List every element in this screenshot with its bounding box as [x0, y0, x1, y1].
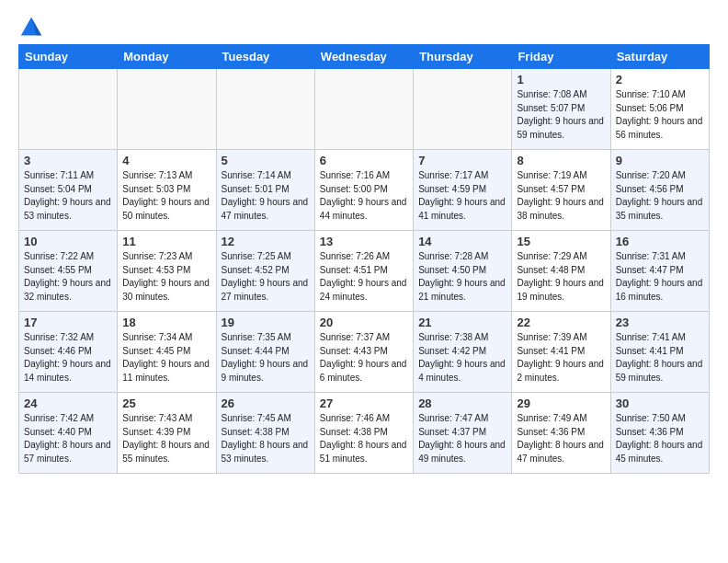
- day-info: Sunrise: 7:37 AM Sunset: 4:43 PM Dayligh…: [320, 331, 408, 385]
- day-cell: [19, 69, 118, 150]
- day-cell: 14Sunrise: 7:28 AM Sunset: 4:50 PM Dayli…: [414, 231, 512, 312]
- day-cell: 12Sunrise: 7:25 AM Sunset: 4:52 PM Dayli…: [216, 231, 314, 312]
- day-cell: 17Sunrise: 7:32 AM Sunset: 4:46 PM Dayli…: [19, 312, 118, 393]
- day-cell: 28Sunrise: 7:47 AM Sunset: 4:37 PM Dayli…: [414, 393, 512, 474]
- day-info: Sunrise: 7:34 AM Sunset: 4:45 PM Dayligh…: [122, 331, 210, 385]
- day-info: Sunrise: 7:22 AM Sunset: 4:55 PM Dayligh…: [24, 250, 112, 304]
- day-cell: 3Sunrise: 7:11 AM Sunset: 5:04 PM Daylig…: [19, 150, 118, 231]
- logo-icon: [18, 15, 44, 40]
- day-cell: 1Sunrise: 7:08 AM Sunset: 5:07 PM Daylig…: [512, 69, 610, 150]
- day-info: Sunrise: 7:29 AM Sunset: 4:48 PM Dayligh…: [517, 250, 605, 304]
- day-cell: 21Sunrise: 7:38 AM Sunset: 4:42 PM Dayli…: [414, 312, 512, 393]
- day-number: 8: [517, 154, 605, 167]
- day-cell: 22Sunrise: 7:39 AM Sunset: 4:41 PM Dayli…: [512, 312, 610, 393]
- day-cell: 9Sunrise: 7:20 AM Sunset: 4:56 PM Daylig…: [610, 150, 709, 231]
- day-cell: 29Sunrise: 7:49 AM Sunset: 4:36 PM Dayli…: [512, 393, 610, 474]
- day-number: 29: [517, 396, 605, 410]
- day-info: Sunrise: 7:41 AM Sunset: 4:41 PM Dayligh…: [616, 331, 704, 385]
- day-cell: 30Sunrise: 7:50 AM Sunset: 4:36 PM Dayli…: [610, 393, 709, 474]
- header-cell-sunday: Sunday: [19, 45, 118, 69]
- day-cell: 16Sunrise: 7:31 AM Sunset: 4:47 PM Dayli…: [610, 231, 709, 312]
- day-info: Sunrise: 7:25 AM Sunset: 4:52 PM Dayligh…: [222, 250, 310, 304]
- day-number: 25: [122, 396, 210, 410]
- day-info: Sunrise: 7:13 AM Sunset: 5:03 PM Dayligh…: [122, 169, 210, 223]
- day-number: 12: [222, 235, 310, 248]
- day-info: Sunrise: 7:11 AM Sunset: 5:04 PM Dayligh…: [24, 169, 112, 223]
- header-cell-thursday: Thursday: [414, 45, 512, 69]
- week-row-2: 3Sunrise: 7:11 AM Sunset: 5:04 PM Daylig…: [19, 150, 710, 231]
- week-row-3: 10Sunrise: 7:22 AM Sunset: 4:55 PM Dayli…: [19, 231, 710, 312]
- calendar-table: SundayMondayTuesdayWednesdayThursdayFrid…: [18, 44, 710, 474]
- day-cell: 2Sunrise: 7:10 AM Sunset: 5:06 PM Daylig…: [610, 69, 709, 150]
- header-cell-saturday: Saturday: [610, 45, 709, 69]
- week-row-4: 17Sunrise: 7:32 AM Sunset: 4:46 PM Dayli…: [19, 312, 710, 393]
- day-number: 24: [24, 396, 112, 410]
- logo: [18, 15, 48, 40]
- day-number: 27: [320, 396, 408, 410]
- day-number: 4: [122, 154, 210, 167]
- day-cell: 23Sunrise: 7:41 AM Sunset: 4:41 PM Dayli…: [610, 312, 709, 393]
- week-row-5: 24Sunrise: 7:42 AM Sunset: 4:40 PM Dayli…: [19, 393, 710, 474]
- week-row-1: 1Sunrise: 7:08 AM Sunset: 5:07 PM Daylig…: [19, 69, 710, 150]
- day-info: Sunrise: 7:28 AM Sunset: 4:50 PM Dayligh…: [418, 250, 506, 304]
- day-number: 3: [24, 154, 112, 167]
- day-info: Sunrise: 7:35 AM Sunset: 4:44 PM Dayligh…: [222, 331, 310, 385]
- day-number: 9: [616, 154, 704, 167]
- day-cell: 10Sunrise: 7:22 AM Sunset: 4:55 PM Dayli…: [19, 231, 118, 312]
- day-number: 22: [517, 316, 605, 329]
- day-info: Sunrise: 7:26 AM Sunset: 4:51 PM Dayligh…: [320, 250, 408, 304]
- day-number: 23: [616, 316, 704, 329]
- header-cell-wednesday: Wednesday: [314, 45, 413, 69]
- day-cell: [216, 69, 314, 150]
- page-container: SundayMondayTuesdayWednesdayThursdayFrid…: [0, 0, 728, 483]
- day-info: Sunrise: 7:08 AM Sunset: 5:07 PM Dayligh…: [517, 88, 605, 142]
- day-cell: 18Sunrise: 7:34 AM Sunset: 4:45 PM Dayli…: [118, 312, 216, 393]
- day-number: 30: [616, 396, 704, 410]
- day-cell: 26Sunrise: 7:45 AM Sunset: 4:38 PM Dayli…: [216, 393, 314, 474]
- header-cell-monday: Monday: [118, 45, 216, 69]
- day-info: Sunrise: 7:19 AM Sunset: 4:57 PM Dayligh…: [517, 169, 605, 223]
- day-number: 18: [122, 316, 210, 329]
- day-info: Sunrise: 7:46 AM Sunset: 4:38 PM Dayligh…: [320, 412, 408, 465]
- day-info: Sunrise: 7:14 AM Sunset: 5:01 PM Dayligh…: [222, 169, 310, 223]
- day-number: 19: [222, 316, 310, 329]
- day-info: Sunrise: 7:17 AM Sunset: 4:59 PM Dayligh…: [418, 169, 506, 223]
- day-cell: [414, 69, 512, 150]
- day-number: 13: [320, 235, 408, 248]
- day-number: 26: [222, 396, 310, 410]
- day-cell: [314, 69, 413, 150]
- day-cell: 11Sunrise: 7:23 AM Sunset: 4:53 PM Dayli…: [118, 231, 216, 312]
- day-info: Sunrise: 7:49 AM Sunset: 4:36 PM Dayligh…: [517, 412, 605, 465]
- day-cell: 7Sunrise: 7:17 AM Sunset: 4:59 PM Daylig…: [414, 150, 512, 231]
- day-info: Sunrise: 7:10 AM Sunset: 5:06 PM Dayligh…: [616, 88, 704, 142]
- day-number: 15: [517, 235, 605, 248]
- day-info: Sunrise: 7:50 AM Sunset: 4:36 PM Dayligh…: [616, 412, 704, 465]
- day-number: 10: [24, 235, 112, 248]
- header-row: SundayMondayTuesdayWednesdayThursdayFrid…: [19, 45, 710, 69]
- day-number: 20: [320, 316, 408, 329]
- day-info: Sunrise: 7:42 AM Sunset: 4:40 PM Dayligh…: [24, 412, 112, 465]
- day-info: Sunrise: 7:38 AM Sunset: 4:42 PM Dayligh…: [418, 331, 506, 385]
- day-info: Sunrise: 7:32 AM Sunset: 4:46 PM Dayligh…: [24, 331, 112, 385]
- header-cell-tuesday: Tuesday: [216, 45, 314, 69]
- day-cell: 20Sunrise: 7:37 AM Sunset: 4:43 PM Dayli…: [314, 312, 413, 393]
- day-cell: 25Sunrise: 7:43 AM Sunset: 4:39 PM Dayli…: [118, 393, 216, 474]
- day-number: 2: [616, 73, 704, 86]
- day-number: 21: [418, 316, 506, 329]
- day-number: 6: [320, 154, 408, 167]
- day-cell: 8Sunrise: 7:19 AM Sunset: 4:57 PM Daylig…: [512, 150, 610, 231]
- header-cell-friday: Friday: [512, 45, 610, 69]
- day-number: 11: [122, 235, 210, 248]
- day-cell: 19Sunrise: 7:35 AM Sunset: 4:44 PM Dayli…: [216, 312, 314, 393]
- day-cell: 5Sunrise: 7:14 AM Sunset: 5:01 PM Daylig…: [216, 150, 314, 231]
- day-info: Sunrise: 7:31 AM Sunset: 4:47 PM Dayligh…: [616, 250, 704, 304]
- day-cell: 4Sunrise: 7:13 AM Sunset: 5:03 PM Daylig…: [118, 150, 216, 231]
- header: [18, 15, 710, 40]
- day-info: Sunrise: 7:43 AM Sunset: 4:39 PM Dayligh…: [122, 412, 210, 465]
- day-cell: [118, 69, 216, 150]
- day-number: 14: [418, 235, 506, 248]
- day-number: 7: [418, 154, 506, 167]
- day-number: 16: [616, 235, 704, 248]
- day-cell: 24Sunrise: 7:42 AM Sunset: 4:40 PM Dayli…: [19, 393, 118, 474]
- day-info: Sunrise: 7:39 AM Sunset: 4:41 PM Dayligh…: [517, 331, 605, 385]
